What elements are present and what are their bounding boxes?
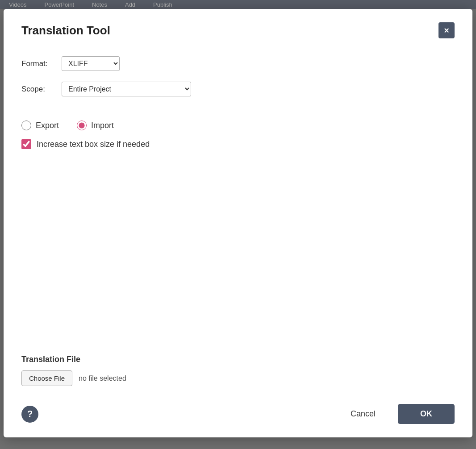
close-button[interactable]: × (438, 22, 455, 38)
scope-label: Scope: (21, 85, 62, 94)
dialog-body: Format: XLIFF XLIFF 2.0 PO Scope: Entire… (21, 56, 455, 386)
format-row: Format: XLIFF XLIFF 2.0 PO (21, 56, 455, 71)
export-label-text: Export (36, 121, 59, 130)
scope-select[interactable]: Entire Project Current Slide Selected Sl… (62, 82, 191, 96)
cancel-button[interactable]: Cancel (342, 405, 384, 423)
dialog-header: Translation Tool × (21, 22, 455, 38)
increase-textbox-checkbox[interactable] (21, 139, 31, 149)
translation-tool-dialog: Translation Tool × Format: XLIFF XLIFF 2… (4, 9, 472, 437)
modal-overlay: Translation Tool × Format: XLIFF XLIFF 2… (0, 0, 476, 449)
increase-textbox-label: Increase text box size if needed (37, 140, 150, 149)
translation-file-title: Translation File (21, 355, 455, 364)
choose-file-button[interactable]: Choose File (21, 370, 72, 386)
format-select[interactable]: XLIFF XLIFF 2.0 PO (62, 56, 120, 71)
export-radio[interactable] (21, 121, 31, 130)
increase-textbox-row: Increase text box size if needed (21, 139, 455, 149)
ok-button[interactable]: OK (398, 404, 455, 424)
import-radio[interactable] (77, 121, 87, 130)
mode-radio-group: Export Import (21, 121, 455, 130)
translation-file-section: Translation File Choose File no file sel… (21, 346, 455, 386)
dialog-title: Translation Tool (21, 24, 110, 37)
spacer (21, 162, 455, 346)
format-label: Format: (21, 59, 62, 68)
export-radio-label[interactable]: Export (21, 121, 59, 130)
no-file-text: no file selected (79, 374, 126, 382)
help-button[interactable]: ? (21, 406, 38, 423)
dialog-footer: ? Cancel OK (21, 399, 455, 424)
import-label-text: Import (91, 121, 114, 130)
import-radio-label[interactable]: Import (77, 121, 114, 130)
scope-row: Scope: Entire Project Current Slide Sele… (21, 82, 455, 96)
file-input-row: Choose File no file selected (21, 370, 455, 386)
footer-right: Cancel OK (342, 404, 455, 424)
